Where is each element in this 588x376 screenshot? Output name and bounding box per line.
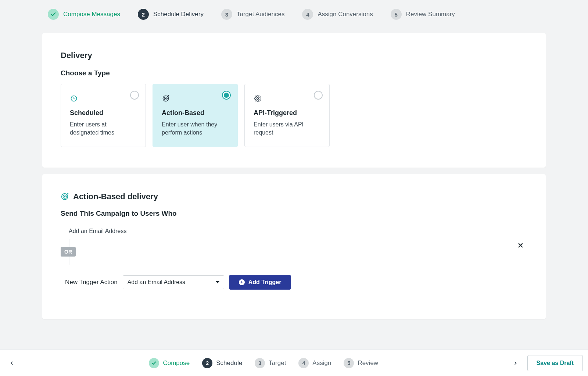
type-desc: Enter users via API request: [254, 121, 320, 137]
radio-selected[interactable]: [222, 91, 231, 100]
footer-nav: Compose 2 Schedule 3 Target 4 Assign 5 R…: [18, 358, 509, 368]
footer-step-schedule[interactable]: 2 Schedule: [202, 358, 242, 368]
clock-icon: [70, 94, 78, 103]
chevron-down-icon: [216, 281, 219, 283]
top-stepper: Compose Messages 2 Schedule Delivery 3 T…: [0, 0, 588, 26]
step-label: Compose Messages: [63, 11, 120, 18]
footer-step-label: Schedule: [216, 359, 242, 367]
step-label: Target Audiences: [237, 11, 284, 18]
footer-step-number: 2: [202, 358, 212, 368]
step-number: 5: [391, 9, 402, 20]
step-schedule[interactable]: 2 Schedule Delivery: [138, 9, 204, 20]
step-label: Schedule Delivery: [153, 11, 204, 18]
check-icon: [48, 9, 59, 20]
trigger-action-select[interactable]: Add an Email Address: [123, 275, 224, 289]
target-icon: [162, 94, 170, 103]
new-trigger-label: New Trigger Action: [65, 279, 118, 286]
action-based-title: Action-Based delivery: [73, 192, 158, 201]
existing-trigger[interactable]: Add an Email Address: [61, 224, 527, 234]
step-target[interactable]: 3 Target Audiences: [221, 9, 284, 20]
choose-type-title: Choose a Type: [61, 69, 527, 77]
footer-step-label: Target: [269, 359, 286, 367]
next-step-button[interactable]: [509, 357, 522, 370]
footer-steps: Compose 2 Schedule 3 Target 4 Assign 5 R…: [149, 358, 378, 368]
type-desc: Enter users at designated times: [70, 121, 137, 137]
step-label: Assign Conversions: [318, 11, 373, 18]
footer-step-number: 3: [255, 358, 265, 368]
step-label: Review Summary: [406, 11, 455, 18]
type-title: Scheduled: [70, 109, 137, 117]
svg-point-3: [165, 98, 166, 99]
footer-step-label: Assign: [312, 359, 331, 367]
add-trigger-button[interactable]: + Add Trigger: [229, 275, 291, 290]
footer-step-number: 5: [344, 358, 354, 368]
type-desc: Enter user when they perform actions: [162, 121, 229, 137]
page-scroll[interactable]: Compose Messages 2 Schedule Delivery 3 T…: [0, 0, 588, 376]
gear-icon: [254, 94, 262, 103]
action-based-card: Action-Based delivery Send This Campaign…: [42, 174, 546, 319]
footer-step-label: Review: [358, 359, 378, 367]
delivery-title: Delivery: [61, 51, 527, 60]
new-trigger-row: New Trigger Action Add an Email Address …: [61, 275, 527, 290]
footer-step-number: 4: [298, 358, 309, 368]
type-title: API-Triggered: [254, 109, 320, 117]
add-trigger-label: Add Trigger: [248, 279, 282, 286]
step-assign[interactable]: 4 Assign Conversions: [302, 9, 373, 20]
footer-step-label: Compose: [163, 359, 190, 367]
plus-icon: +: [239, 279, 245, 285]
type-card-scheduled[interactable]: Scheduled Enter users at designated time…: [61, 84, 146, 147]
send-to-title: Send This Campaign to Users Who: [61, 210, 527, 218]
footer-step-assign[interactable]: 4 Assign: [298, 358, 331, 368]
step-review[interactable]: 5 Review Summary: [391, 9, 455, 20]
type-row: Scheduled Enter users at designated time…: [61, 84, 527, 147]
step-number: 2: [138, 9, 149, 20]
type-card-action-based[interactable]: Action-Based Enter user when they perfor…: [153, 84, 238, 147]
step-number: 3: [221, 9, 232, 20]
footer-step-target[interactable]: 3 Target: [255, 358, 286, 368]
target-icon: [61, 193, 69, 201]
step-compose[interactable]: Compose Messages: [48, 9, 120, 20]
svg-point-5: [257, 98, 259, 100]
footer-bar: Compose 2 Schedule 3 Target 4 Assign 5 R…: [0, 350, 588, 376]
or-badge: OR: [61, 247, 76, 257]
step-number: 4: [302, 9, 313, 20]
type-title: Action-Based: [162, 109, 229, 117]
footer-step-review[interactable]: 5 Review: [344, 358, 378, 368]
radio-unselected[interactable]: [314, 91, 323, 100]
delivery-card: Delivery Choose a Type Scheduled Enter u…: [42, 33, 546, 168]
radio-unselected[interactable]: [130, 91, 139, 100]
type-card-api-triggered[interactable]: API-Triggered Enter users via API reques…: [244, 84, 330, 147]
select-value: Add an Email Address: [128, 279, 185, 286]
svg-point-8: [64, 196, 65, 197]
or-block: ✕ OR: [61, 239, 527, 265]
prev-step-button[interactable]: [5, 357, 18, 370]
check-icon: [149, 358, 159, 368]
footer-step-compose[interactable]: Compose: [149, 358, 190, 368]
save-draft-button[interactable]: Save as Draft: [527, 355, 583, 371]
close-icon[interactable]: ✕: [517, 241, 524, 250]
